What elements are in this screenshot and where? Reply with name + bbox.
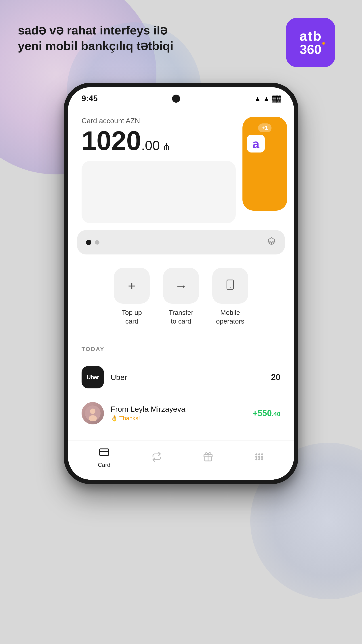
mobile-label: Mobileoperators: [216, 308, 245, 326]
uber-info: Uber: [111, 373, 271, 382]
plus-icon: +: [128, 278, 136, 294]
card-visual-area[interactable]: [81, 161, 236, 224]
avatar-image: [81, 402, 104, 424]
mobile-icon: [225, 278, 236, 293]
action-transfer[interactable]: → Transferto card: [163, 268, 199, 326]
nav-gift[interactable]: [203, 452, 213, 464]
logo-360-text: 360: [300, 43, 322, 56]
nav-card[interactable]: Card: [98, 447, 110, 468]
dot-active: [86, 240, 91, 245]
layers-icon[interactable]: [267, 237, 276, 248]
transfer-nav-icon: [152, 452, 162, 464]
transaction-leyla[interactable]: From Leyla Mirzayeva 👌 Thanks! +550.40: [81, 395, 281, 431]
dot-inactive: [95, 240, 99, 245]
leyla-sub: 👌 Thanks!: [111, 415, 253, 422]
svg-point-12: [261, 456, 263, 458]
more-nav-icon: [254, 452, 264, 464]
arrow-right-icon: →: [175, 278, 187, 293]
leyla-amount: +550.40: [253, 408, 281, 418]
card-section: Card account AZN 1020 .00 ₼ +1 a: [68, 108, 294, 230]
svg-rect-1: [227, 280, 233, 289]
logo-atb-text: atb: [300, 29, 322, 43]
status-icons: ▲ ▲ ▓▓: [255, 95, 281, 102]
leyla-avatar: [81, 402, 104, 424]
transaction-uber[interactable]: Uber Uber 20: [81, 359, 281, 395]
uber-logo-text: Uber: [86, 374, 99, 381]
actions-row: + Top upcard → Transferto card: [68, 254, 294, 334]
svg-point-4: [90, 408, 95, 414]
gift-nav-icon: [203, 452, 213, 464]
phone-outer-frame: 9:45 ▲ ▲ ▓▓ Card account AZN 1020 .00: [64, 83, 298, 484]
bottom-navigation: Card: [68, 440, 294, 480]
app-logo[interactable]: atb 360: [286, 18, 335, 67]
svg-point-15: [261, 454, 263, 455]
svg-point-18: [261, 459, 263, 460]
status-bar: 9:45 ▲ ▲ ▓▓: [68, 87, 294, 108]
card-nav-icon: [99, 447, 109, 459]
svg-point-10: [256, 456, 257, 458]
status-time: 9:45: [81, 94, 98, 103]
balance-main: 1020: [81, 127, 141, 154]
action-mobile[interactable]: Mobileoperators: [212, 268, 248, 326]
card-nav-label: Card: [98, 462, 110, 468]
leyla-info: From Leyla Mirzayeva 👌 Thanks!: [111, 405, 253, 422]
card-letter: a: [247, 134, 265, 152]
svg-point-14: [259, 454, 260, 455]
phone-mockup: 9:45 ▲ ▲ ▓▓ Card account AZN 1020 .00: [64, 83, 298, 484]
transfer-button[interactable]: →: [163, 268, 199, 304]
phone-screen: 9:45 ▲ ▲ ▓▓ Card account AZN 1020 .00: [68, 87, 294, 480]
svg-point-17: [259, 459, 260, 460]
logo-dot: [322, 42, 325, 45]
wifi-icon: ▲: [255, 95, 261, 102]
svg-point-16: [256, 459, 257, 460]
leyla-name: From Leyla Mirzayeva: [111, 405, 253, 414]
pagination-bar: [77, 230, 285, 254]
nav-transfer[interactable]: [152, 452, 162, 464]
uber-amount: 20: [271, 372, 281, 382]
transactions-header: TODAY: [81, 346, 281, 353]
transactions-section: TODAY Uber Uber 20: [68, 337, 294, 440]
svg-point-13: [256, 454, 257, 455]
plus-one-badge: +1: [258, 124, 271, 132]
pagination-dots: [86, 240, 99, 245]
top-up-label: Top upcard: [122, 308, 142, 326]
svg-point-11: [259, 456, 260, 458]
transfer-label: Transferto card: [169, 308, 194, 326]
svg-rect-6: [100, 449, 109, 455]
front-camera: [172, 94, 180, 103]
action-top-up[interactable]: + Top upcard: [114, 268, 150, 326]
app-tagline: sadə və rahat interfeys ilə yeni mobil b…: [18, 22, 173, 54]
tagline-line2: yeni mobil bankçılıq tətbiqi: [18, 38, 173, 54]
battery-icon: ▓▓: [272, 95, 281, 102]
uber-icon: Uber: [81, 366, 104, 388]
top-up-button[interactable]: +: [114, 268, 150, 304]
tagline-line1: sadə və rahat interfeys ilə: [18, 22, 173, 38]
app-content: Card account AZN 1020 .00 ₼ +1 a: [68, 108, 294, 480]
second-card-preview[interactable]: +1 a: [242, 117, 287, 211]
nav-more[interactable]: [254, 452, 264, 464]
balance-currency: ₼: [163, 136, 171, 154]
balance-decimal: .00: [141, 138, 160, 153]
signal-icon: ▲: [263, 95, 270, 102]
mobile-button[interactable]: [212, 268, 248, 304]
uber-name: Uber: [111, 373, 271, 382]
